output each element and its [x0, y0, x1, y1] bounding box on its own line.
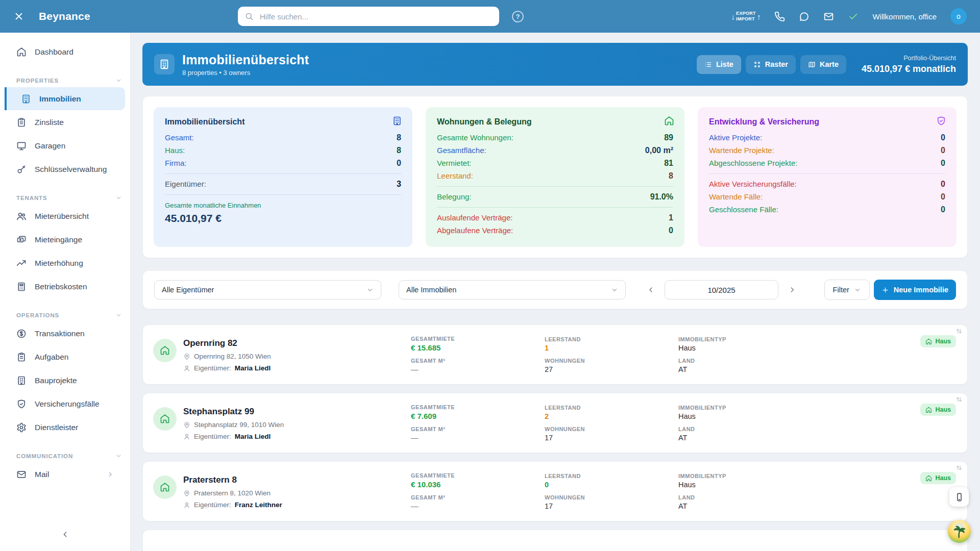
building-icon — [392, 116, 402, 126]
property-row[interactable]: Stephansplatz 99 Stephansplatz 99, 1010 … — [142, 393, 968, 453]
month-input[interactable]: 10/2025 — [665, 280, 778, 299]
stat-value: 0 — [941, 205, 945, 214]
chevron-right-icon — [107, 471, 114, 478]
sidebar-item-mieterhoehung[interactable]: Mieterhöhung — [0, 252, 125, 274]
calculator-icon — [16, 282, 27, 292]
property-address: Stephansplatz 99, 1010 Wien — [194, 421, 284, 429]
sidebar-item-label: Dashboard — [35, 47, 74, 57]
stat-label: Leerstand: — [437, 171, 473, 181]
help-button[interactable]: ? — [512, 11, 524, 22]
sort-arrows-icon[interactable] — [955, 327, 963, 335]
stat-label: Gesamtfläche: — [437, 146, 486, 155]
beach-widget-button[interactable] — [948, 520, 971, 543]
stat-card-title: Entwicklung & Versicherung — [709, 117, 945, 127]
import-label: IMPORT — [736, 16, 756, 22]
previous-month-button[interactable] — [647, 286, 655, 294]
mail-icon — [16, 469, 27, 480]
sidebar-item-label: Mieterhöhung — [35, 259, 83, 268]
country-value: AT — [678, 365, 812, 373]
sidebar-item-dashboard[interactable]: Dashboard — [0, 40, 125, 63]
property-row[interactable]: Praterstern 8 Praterstern 8, 1020 Wien E… — [142, 461, 968, 521]
sidebar-item-zinsliste[interactable]: Zinsliste — [0, 111, 125, 134]
chevron-down-icon — [611, 286, 618, 293]
sidebar-item-dienstleister[interactable]: Dienstleister — [0, 416, 125, 439]
divider — [437, 186, 673, 187]
sidebar-collapse-button[interactable] — [59, 528, 72, 541]
view-karte-button[interactable]: Karte — [800, 55, 846, 74]
sidebar-item-mieteruebersicht[interactable]: Mieterübersicht — [0, 205, 125, 228]
sort-arrows-icon[interactable] — [955, 395, 963, 404]
search-input[interactable] — [259, 12, 493, 21]
map-pin-icon — [183, 421, 190, 429]
user-icon — [183, 433, 190, 440]
portfolio-summary: Portfolio-Übersicht 45.010,97 € monatlic… — [859, 55, 956, 74]
mobile-app-button[interactable] — [949, 487, 969, 507]
filter-panel: Alle Eigentümer Alle Immobilien 10/2025 … — [142, 270, 968, 309]
sidebar-item-garagen[interactable]: Garagen — [0, 134, 125, 157]
sidebar-section-communication[interactable]: COMMUNICATION — [16, 453, 122, 459]
topbar: Beynance ? ↓ EXPORT IMPORT ↑ Willkommen,… — [0, 0, 980, 33]
chat-bubble-icon[interactable] — [799, 11, 810, 22]
divider — [437, 207, 673, 208]
area-value: — — [411, 365, 545, 373]
next-month-button[interactable] — [788, 286, 796, 294]
owner-select[interactable]: Alle Eigentümer — [154, 280, 381, 299]
sidebar-item-bauprojekte[interactable]: Bauprojekte — [0, 369, 125, 392]
house-icon — [153, 475, 177, 499]
palm-tree-icon — [952, 524, 967, 539]
stat-value: 0 — [941, 180, 945, 189]
home-icon — [664, 116, 674, 126]
sidebar-item-schluesselverwaltung[interactable]: Schlüsselverwaltung — [0, 158, 125, 181]
sidebar-item-versicherungsfaelle[interactable]: Versicherungsfälle — [0, 392, 125, 415]
sort-arrows-icon[interactable] — [955, 464, 963, 472]
stat-card-immobilien: Immobilienübersicht Gesamt:8 Haus:8 Firm… — [154, 107, 412, 247]
close-menu-icon[interactable] — [13, 11, 24, 22]
page-subtitle: 8 properties • 3 owners — [182, 69, 309, 77]
phone-icon[interactable] — [774, 11, 785, 22]
type-badge: Haus — [920, 404, 956, 416]
filter-button[interactable]: Filter — [824, 280, 870, 300]
stat-value: 0 — [941, 192, 945, 202]
avatar[interactable]: o — [950, 8, 967, 24]
property-select[interactable]: Alle Immobilien — [399, 280, 626, 299]
sidebar-section-tenants[interactable]: TENANTS — [16, 194, 122, 201]
key-icon — [16, 164, 27, 174]
sidebar-item-transaktionen[interactable]: Transaktionen — [0, 322, 125, 345]
sidebar-section-properties[interactable]: PROPERTIES — [16, 77, 122, 84]
chevron-down-icon — [115, 453, 122, 459]
sidebar-item-immobilien[interactable]: Immobilien — [5, 87, 125, 110]
sidebar-item-mieteingaenge[interactable]: Mieteingänge — [0, 228, 125, 251]
income-label: Gesamte monatliche Einnahmen — [165, 202, 401, 209]
sidebar-item-mail[interactable]: Mail — [0, 463, 125, 486]
smartphone-icon — [954, 492, 964, 502]
property-address: Opernring 82, 1050 Wien — [194, 353, 271, 360]
property-row-partial[interactable] — [142, 530, 968, 551]
view-raster-button[interactable]: Raster — [746, 55, 796, 74]
property-row[interactable]: Opernring 82 Opernring 82, 1050 Wien Eig… — [142, 324, 968, 385]
chevron-left-icon — [61, 530, 69, 539]
portfolio-value: 45.010,97 € monatlich — [859, 64, 956, 74]
portfolio-label: Portfolio-Übersicht — [859, 55, 956, 62]
sidebar-item-aufgaben[interactable]: Aufgaben — [0, 345, 125, 368]
status-check-icon[interactable] — [848, 11, 859, 22]
house-icon — [153, 339, 177, 362]
stat-card-title: Immobilienübersicht — [165, 117, 401, 127]
sidebar-item-label: Mieterübersicht — [35, 212, 89, 221]
chevron-down-icon — [854, 286, 861, 293]
sidebar-section-operations[interactable]: OPERATIONS — [16, 312, 122, 318]
sidebar: Dashboard PROPERTIES Immobilien Zinslist… — [0, 33, 131, 551]
dollar-circle-icon — [16, 329, 27, 339]
new-property-button[interactable]: Neue Immobilie — [874, 280, 956, 300]
mail-icon[interactable] — [823, 11, 834, 22]
export-arrow-down-icon: ↓ — [731, 13, 736, 20]
stat-label: Gesamt: — [165, 133, 194, 142]
sidebar-item-betriebskosten[interactable]: Betriebskosten — [0, 275, 125, 298]
stat-value: 8 — [397, 146, 401, 155]
view-liste-button[interactable]: Liste — [697, 55, 741, 74]
stat-value: 0 — [941, 146, 945, 155]
global-search[interactable] — [238, 7, 499, 26]
gear-icon — [16, 422, 27, 433]
export-import-button[interactable]: ↓ EXPORT IMPORT ↑ — [731, 11, 761, 22]
stat-value: 1 — [669, 213, 673, 222]
monitor-icon — [16, 141, 27, 151]
